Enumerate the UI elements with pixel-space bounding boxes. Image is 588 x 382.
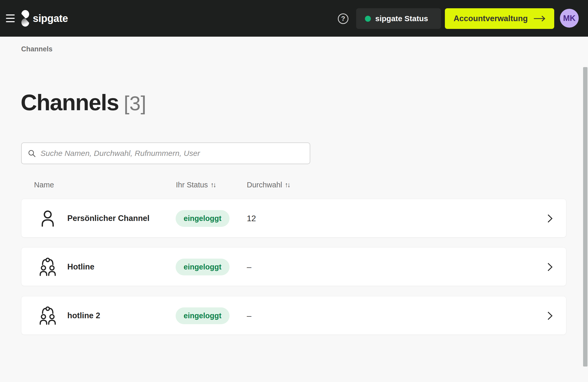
page-title: Channels [3] xyxy=(21,89,146,116)
column-label: Durchwahl xyxy=(247,181,282,189)
help-button[interactable]: ? xyxy=(338,13,348,24)
logo-shape-bottom xyxy=(21,18,29,27)
menu-bar-icon xyxy=(6,18,15,19)
brand-name: sipgate xyxy=(33,13,68,24)
sort-arrows-icon: ↑↓ xyxy=(285,181,290,189)
person-icon xyxy=(39,199,57,238)
sipgate-logo-icon xyxy=(21,10,29,27)
column-label: Name xyxy=(34,181,54,189)
menu-bar-icon xyxy=(6,14,15,15)
avatar-initials: MK xyxy=(563,14,575,23)
status-badge: eingeloggt xyxy=(176,210,230,227)
brand-home-link[interactable]: sipgate xyxy=(21,10,68,27)
search-icon xyxy=(28,149,36,157)
page-title-text: Channels xyxy=(21,89,119,116)
durchwahl-value: – xyxy=(247,248,251,286)
breadcrumb: Channels xyxy=(21,45,53,53)
status-badge: eingeloggt xyxy=(176,259,230,275)
chevron-right-icon[interactable] xyxy=(547,296,553,335)
table-header-row: Name Ihr Status ↑↓ Durchwahl ↑↓ xyxy=(0,181,588,191)
search-box xyxy=(21,142,310,164)
column-header-durchwahl[interactable]: Durchwahl ↑↓ xyxy=(247,181,290,189)
sipgate-status-button[interactable]: sipgate Status xyxy=(356,8,441,29)
menu-bar-icon xyxy=(6,21,15,22)
breadcrumb-item-channels[interactable]: Channels xyxy=(21,45,53,53)
logo-shape-top xyxy=(21,10,29,18)
channel-row-hotline-2[interactable]: hotline 2 eingeloggt – xyxy=(21,296,566,335)
status-cell: eingeloggt xyxy=(176,296,230,335)
account-management-button[interactable]: Accountverwaltung xyxy=(445,8,554,29)
channel-row-persoenlicher-channel[interactable]: Persönlicher Channel eingeloggt 12 xyxy=(21,199,566,237)
channel-row-hotline[interactable]: Hotline eingeloggt – xyxy=(21,247,566,286)
status-button-label: sipgate Status xyxy=(375,14,428,23)
column-header-name: Name xyxy=(34,181,54,189)
status-cell: eingeloggt xyxy=(176,199,230,238)
status-cell: eingeloggt xyxy=(176,248,230,286)
group-icon xyxy=(39,248,57,286)
avatar[interactable]: MK xyxy=(560,9,579,28)
search-input[interactable] xyxy=(40,149,304,158)
channel-name: Persönlicher Channel xyxy=(67,199,150,238)
app-root: sipgate ? sipgate Status Accountverwaltu… xyxy=(0,0,588,382)
channel-name: Hotline xyxy=(67,248,94,286)
account-button-label: Accountverwaltung xyxy=(454,14,528,23)
page-title-count: [3] xyxy=(124,92,146,115)
scrollbar-thumb[interactable] xyxy=(583,67,587,367)
status-indicator-dot xyxy=(365,16,371,22)
status-badge: eingeloggt xyxy=(176,307,230,324)
durchwahl-value: 12 xyxy=(247,199,256,238)
group-icon xyxy=(39,296,57,335)
arrow-right-icon xyxy=(533,15,545,22)
menu-button[interactable] xyxy=(6,14,15,22)
durchwahl-value: – xyxy=(247,296,251,335)
column-header-ihr-status[interactable]: Ihr Status ↑↓ xyxy=(176,181,215,189)
sort-arrows-icon: ↑↓ xyxy=(210,181,215,189)
column-label: Ihr Status xyxy=(176,181,208,189)
channel-name: hotline 2 xyxy=(67,296,100,335)
question-mark-icon: ? xyxy=(341,15,345,23)
chevron-right-icon[interactable] xyxy=(547,248,553,286)
top-navigation-bar: sipgate ? sipgate Status Accountverwaltu… xyxy=(0,0,588,37)
chevron-right-icon[interactable] xyxy=(547,199,553,238)
